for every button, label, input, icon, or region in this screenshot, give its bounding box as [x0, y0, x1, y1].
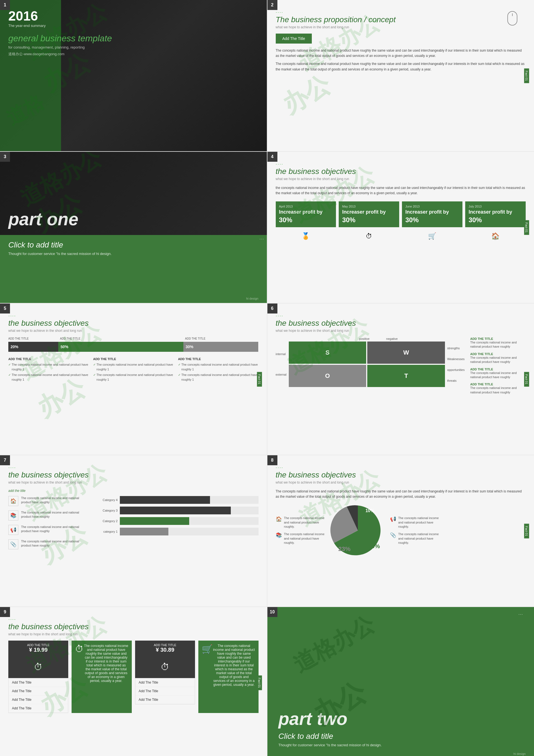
slide-num-2: 2 [267, 0, 278, 10]
slide3-dots: ··· [259, 235, 264, 242]
swot-item-text-4: The concepts national income and nationa… [470, 386, 526, 394]
timeline-item-1: April 2013 Increaser profit by 30% [276, 202, 336, 227]
slide-num-5: 5 [0, 304, 10, 313]
swot-grid: S W O T [289, 341, 445, 387]
icon-list-item-3: 📢 The concepts national income and natio… [8, 525, 90, 535]
swot-o-letter: O [325, 372, 330, 380]
swot-negative: negative [386, 337, 398, 340]
pie-legend-1: 🏠 The concepts national income and natio… [276, 516, 326, 529]
pricing-item-1-4: Add The Title [9, 704, 68, 713]
pie-text-2: The concepts national income and nationa… [284, 532, 326, 545]
swot-axis: positive negative [276, 337, 465, 340]
swot-strengths-label: strengths [447, 346, 465, 350]
swot-cell-labels: strengths Weaknesses opportunities threa… [447, 341, 465, 387]
timeline-item-4: July 2013 Increaser profit by 30% [465, 202, 526, 227]
page-label-8: Fact 01 [524, 524, 529, 538]
slide-num-8: 8 [267, 455, 278, 465]
timeline-icon-3: 🛒 [402, 230, 463, 243]
slide4-icons: 🏅 ⏱ 🛒 🏠 [276, 230, 526, 243]
swot-item-3: ADD THE TITLE The concepts national inco… [470, 367, 526, 380]
timeline-profit-3: Increaser profit by [405, 209, 459, 215]
timeline-profit-2: Increaser profit by [342, 209, 396, 215]
pie-right: 📢 The concepts national income and natio… [390, 516, 440, 545]
bar-label-3: Category 2 [95, 519, 118, 523]
bar-track-4 [120, 528, 258, 535]
swot-items: ADD THE TITLE The concepts national inco… [470, 337, 526, 394]
pricing-items-3: Add The Title Add The Title Add The Titl… [135, 678, 195, 704]
slide-8: 8 Fact 01 .... the business objectives w… [267, 455, 534, 607]
timeline-icon-1: 🏅 [276, 230, 336, 243]
pricing-icon-area-4: 🛒 [202, 644, 213, 655]
slide10-part-text: part two [279, 709, 523, 729]
slide3-footer: hi design [246, 297, 258, 300]
slide10-click-sub: Thought for customer service "Is the sac… [279, 743, 523, 747]
slide-num-10: 10 [267, 607, 278, 617]
pricing-item-1-2: Add The Title [9, 687, 68, 695]
bar-label-4: category 1 [95, 530, 118, 533]
timeline-pct-3: 30% [405, 216, 459, 224]
swot-positive: positive [359, 337, 369, 340]
pie-icon-1: 🏠 [276, 516, 282, 522]
slide2-body2: The concepts national income and nationa… [276, 61, 526, 72]
slide4-timeline: April 2013 Increaser profit by 30% May 2… [276, 202, 526, 227]
timeline-profit-4: Increaser profit by [468, 209, 522, 215]
pricing-col-3: ADD THE TITLE ¥ 30.89 ⏱ Add The Title Ad… [135, 640, 195, 713]
icon-text-4: The concepts national income and nationa… [21, 539, 90, 548]
slide6-subtitle: what we hope to achieve in the short and… [276, 329, 526, 333]
slide-num-6: 6 [267, 304, 278, 313]
col-2: ADD THE TITLE The concepts national inco… [93, 357, 174, 383]
icon-text-1: The concepts national income and nationa… [21, 496, 90, 505]
slide5-title: the business objectives [8, 319, 258, 328]
pie-chart: 58% 23% 10% [330, 503, 386, 558]
progress-label-2: ADD THE TITLE [60, 337, 182, 340]
swot-external: external [276, 373, 286, 376]
swot-container: positive negative internal external S W [276, 337, 526, 394]
icon-list: 🏠 The concepts national income and natio… [8, 496, 90, 554]
timeline-item-3: June 2013 Increaser profit by 30% [402, 202, 463, 227]
pricing-item-3-3: Add The Title [135, 695, 195, 704]
slide8-dots: .... [276, 464, 526, 470]
swot-w-letter: W [403, 349, 409, 356]
pricing-body-4: 🛒 The concepts national income and natio… [198, 640, 258, 713]
mouse-icon [507, 11, 517, 26]
swot-t-cell: T [367, 365, 445, 387]
pie-section: 🏠 The concepts national income and natio… [276, 503, 526, 558]
timeline-icon-2: ⏱ [339, 230, 399, 243]
pie-label-58: 58% [367, 543, 380, 550]
col-item-3-1: The concepts national income and nationa… [178, 362, 258, 371]
page-label-9: Fact 01 [257, 675, 262, 690]
swot-w-cell: W [367, 341, 445, 364]
pricing-cols: ADD THE TITLE ¥ 19.99 ⏱ Add The Title Ad… [8, 640, 258, 713]
col-title-1: ADD THE TITLE [8, 357, 89, 361]
slide7-title: the business objectives [8, 471, 258, 479]
pricing-add-title-3: ADD THE TITLE [138, 643, 192, 647]
slide-9: 9 Fact 01 .... the business objectives w… [0, 607, 267, 756]
swot-item-2: ADD THE TITLE The concepts national inco… [470, 352, 526, 364]
swot-item-text-3: The concepts national income and nationa… [470, 371, 526, 380]
pricing-icon-area-2: ⏱ [75, 644, 84, 654]
slide-num-1: 1 [0, 0, 10, 10]
pricing-col-2: ⏱ The concepts national income and natio… [71, 640, 131, 713]
slide1-main-title: general business template [8, 33, 258, 43]
page-label-2: Fact 01 [524, 68, 529, 83]
swot-t-letter: T [404, 372, 408, 380]
timeline-item-2: May 2013 Increaser profit by 30% [339, 202, 399, 227]
pricing-body-2: ⏱ The concepts national income and natio… [71, 640, 131, 713]
slide3-click-sub: Thought for customer service "Is the sac… [8, 252, 258, 256]
swot-internal: internal [276, 352, 286, 356]
slide7-subtitle: what we hope to achieve in the short and… [8, 480, 258, 484]
slide-num-4: 4 [267, 152, 278, 162]
pricing-col-4: 🛒 The concepts national income and natio… [198, 640, 258, 713]
timeline-date-4: July 2013 [468, 205, 522, 208]
swot-threats-label: threats [447, 379, 465, 382]
add-title-button[interactable]: Add The Title [276, 34, 312, 43]
icon-text-3: The concepts national income and nationa… [21, 525, 90, 533]
progress-section: ADD THE TITLE ADD THE TITLE ADD THE TITL… [8, 337, 258, 352]
pbar-gray: 30% [183, 342, 258, 352]
pricing-item-1-3: Add The Title [9, 695, 68, 704]
swot-wrapper: internal external S W O T [276, 341, 465, 387]
swot-item-text-1: The concepts national income and nationa… [470, 340, 526, 349]
col-item-2-2: The concepts national income and nationa… [93, 373, 174, 382]
slide-num-7: 7 [0, 455, 10, 465]
icon-list-item-1: 🏠 The concepts national income and natio… [8, 496, 90, 506]
